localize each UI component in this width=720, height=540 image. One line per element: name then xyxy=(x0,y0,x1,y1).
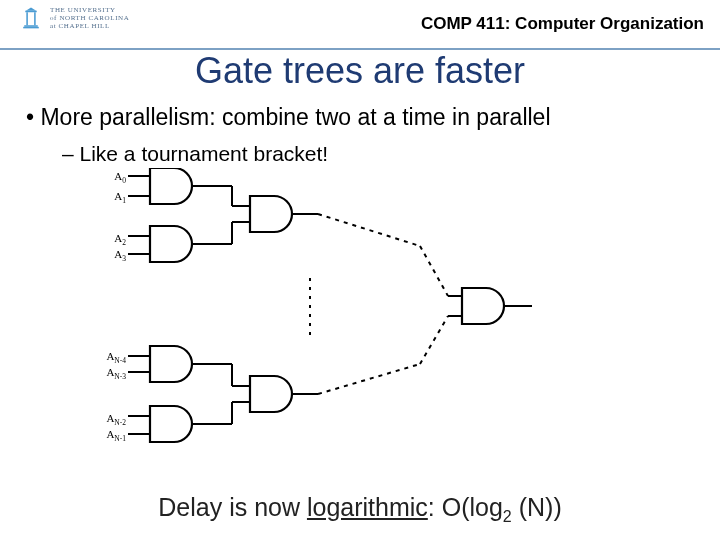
well-icon xyxy=(18,6,44,32)
svg-line-33 xyxy=(420,316,448,364)
footer-pre: Delay is now xyxy=(158,493,307,521)
slide: THE UNIVERSITY of NORTH CAROLINA at CHAP… xyxy=(0,0,720,540)
footer-post2: (N)) xyxy=(512,493,562,521)
label-a0: A0 xyxy=(100,170,126,185)
footer-text: Delay is now logarithmic: O(log2 (N)) xyxy=(0,493,720,526)
course-title: COMP 411: Computer Organization xyxy=(421,14,704,34)
footer-post1: : O(log xyxy=(428,493,503,521)
footer-underlined: logarithmic xyxy=(307,493,428,521)
inst-line3: at CHAPEL HILL xyxy=(50,23,129,31)
gate-tree-diagram: A0 A1 A2 A3 AN-4 AN-3 AN-2 AN-1 xyxy=(100,168,620,478)
bullet-level1: More parallelism: combine two at a time … xyxy=(26,104,551,131)
header-bar: THE UNIVERSITY of NORTH CAROLINA at CHAP… xyxy=(0,0,720,50)
svg-line-29 xyxy=(318,364,420,394)
label-an3: AN-3 xyxy=(100,366,126,381)
gate-svg xyxy=(100,168,620,478)
label-a2: A2 xyxy=(100,232,126,247)
institution-text: THE UNIVERSITY of NORTH CAROLINA at CHAP… xyxy=(50,7,129,30)
label-an2: AN-2 xyxy=(100,412,126,427)
label-an4: AN-4 xyxy=(100,350,126,365)
label-an1: AN-1 xyxy=(100,428,126,443)
label-a1: A1 xyxy=(100,190,126,205)
svg-line-17 xyxy=(318,214,420,246)
footer-sub: 2 xyxy=(503,508,512,525)
slide-title: Gate trees are faster xyxy=(0,50,720,92)
unc-logo: THE UNIVERSITY of NORTH CAROLINA at CHAP… xyxy=(18,6,129,32)
svg-marker-1 xyxy=(26,8,36,11)
bullet-level2: Like a tournament bracket! xyxy=(62,142,328,166)
label-a3: A3 xyxy=(100,248,126,263)
svg-rect-0 xyxy=(25,11,36,13)
svg-line-31 xyxy=(420,246,448,296)
svg-rect-4 xyxy=(24,25,38,27)
svg-rect-2 xyxy=(26,12,28,25)
svg-rect-3 xyxy=(34,12,36,25)
svg-rect-5 xyxy=(23,27,39,29)
